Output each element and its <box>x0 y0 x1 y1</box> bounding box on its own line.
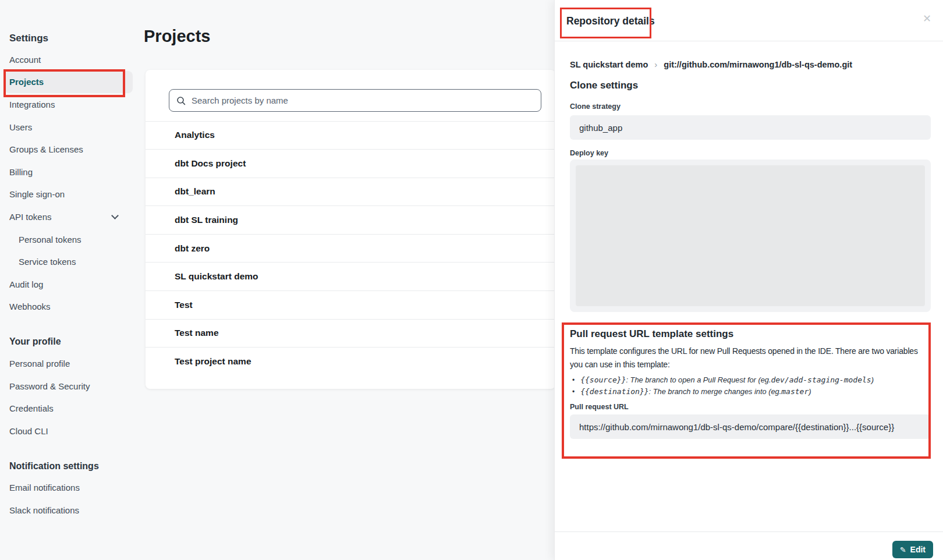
project-row-analytics[interactable]: Analytics <box>146 121 555 150</box>
sidebar-item-label: API tokens <box>9 212 52 222</box>
panel-footer: ✎ Edit <box>555 531 943 560</box>
project-name: Test name <box>175 328 219 338</box>
sidebar-item-label: Users <box>9 122 32 132</box>
sidebar-item-users[interactable]: Users <box>9 116 140 139</box>
sidebar-item-api-tokens[interactable]: API tokens <box>9 205 140 228</box>
project-name: dbt zero <box>175 243 210 254</box>
sidebar-item-label: Password & Security <box>9 381 90 391</box>
sidebar-section-your-profile: Your profile <box>9 331 140 352</box>
project-row-test-name[interactable]: Test name <box>146 319 555 348</box>
close-icon[interactable]: ✕ <box>923 13 931 24</box>
deploy-key-redacted-value <box>576 165 925 306</box>
variable-suffix: ) <box>871 374 874 385</box>
sidebar-item-credentials[interactable]: Credentials <box>9 397 140 420</box>
clone-settings-heading: Clone settings <box>570 80 638 91</box>
variable-text: : The branch to open a Pull Request for … <box>626 374 771 385</box>
sidebar-item-slack-notifications[interactable]: Slack notifications <box>9 499 140 522</box>
clone-strategy-field: github_app <box>570 115 931 140</box>
sidebar-item-password-security[interactable]: Password & Security <box>9 375 140 398</box>
project-name: dbt SL training <box>175 215 238 225</box>
sidebar-item-groups-licenses[interactable]: Groups & Licenses <box>9 138 140 161</box>
project-row-dbt-zero[interactable]: dbt zero <box>146 234 555 263</box>
sidebar-item-label: Billing <box>9 167 33 177</box>
sidebar-item-label: Webhooks <box>9 302 51 311</box>
edit-button-label: Edit <box>910 545 926 554</box>
project-list: Analytics dbt Docs project dbt_learn dbt… <box>146 121 555 375</box>
variable-code: {{source}} <box>580 374 626 385</box>
sidebar-item-integrations[interactable]: Integrations <box>9 93 140 116</box>
panel-title: Repository details <box>566 15 655 27</box>
pr-template-description: This template configures the URL for new… <box>570 345 928 371</box>
sidebar-item-webhooks[interactable]: Webhooks <box>9 296 140 318</box>
pull-request-url-field: https://github.com/mirnawong1/db-sl-qs-d… <box>570 414 931 439</box>
sidebar-item-label: Projects <box>9 77 44 87</box>
sidebar-item-label: Slack notifications <box>9 505 79 515</box>
sidebar-item-label: Email notifications <box>9 483 80 492</box>
project-search-box <box>169 89 541 112</box>
sidebar-item-audit-log[interactable]: Audit log <box>9 273 140 296</box>
page-title: Projects <box>144 27 210 46</box>
variable-example: master <box>781 386 809 397</box>
sidebar-item-label: Credentials <box>9 403 54 413</box>
sidebar-item-label: Single sign-on <box>9 189 65 199</box>
sidebar-item-billing[interactable]: Billing <box>9 161 140 183</box>
pencil-icon: ✎ <box>900 545 906 554</box>
deploy-key-field <box>570 160 931 312</box>
sidebar-title: Settings <box>9 29 140 48</box>
breadcrumb-repo-url: git://github.com/mirnawong1/db-sl-qs-dem… <box>664 60 852 69</box>
project-name: dbt_learn <box>175 186 215 197</box>
search-icon <box>176 96 186 105</box>
deploy-key-label: Deploy key <box>570 149 608 157</box>
sidebar-item-label: Audit log <box>9 279 43 289</box>
search-input[interactable] <box>192 95 534 105</box>
projects-card: Analytics dbt Docs project dbt_learn dbt… <box>146 70 555 389</box>
settings-sidebar: Settings Account Projects Integrations U… <box>0 0 140 560</box>
clone-strategy-value: github_app <box>579 123 622 133</box>
panel-header: Repository details ✕ <box>555 0 943 41</box>
project-row-sl-quickstart-demo[interactable]: SL quickstart demo <box>146 262 555 290</box>
project-row-test-project-name[interactable]: Test project name <box>146 347 555 375</box>
variable-code: {{destination}} <box>580 386 648 397</box>
pull-request-url-value: https://github.com/mirnawong1/db-sl-qs-d… <box>579 422 894 432</box>
edit-button[interactable]: ✎ Edit <box>892 541 933 558</box>
project-name: Test <box>175 300 193 310</box>
sidebar-item-label: Integrations <box>9 100 55 109</box>
repository-details-panel: Repository details ✕ SL quickstart demo … <box>554 0 943 560</box>
breadcrumb: SL quickstart demo › git://github.com/mi… <box>570 59 852 69</box>
project-row-test[interactable]: Test <box>146 290 555 319</box>
sidebar-item-label: Personal profile <box>9 359 70 368</box>
project-name: Analytics <box>175 130 215 140</box>
sidebar-item-personal-profile[interactable]: Personal profile <box>9 352 140 375</box>
sidebar-item-personal-tokens[interactable]: Personal tokens <box>9 228 140 251</box>
sidebar-item-account[interactable]: Account <box>9 48 140 71</box>
project-name: Test project name <box>175 356 251 367</box>
pr-variable-destination: {{destination}}: The branch to merge cha… <box>572 386 927 398</box>
clone-strategy-label: Clone strategy <box>570 102 621 111</box>
sidebar-item-label: Groups & Licenses <box>9 144 83 154</box>
pr-template-variables: {{source}}: The branch to open a Pull Re… <box>572 374 927 398</box>
sidebar-item-label: Service tokens <box>19 257 76 267</box>
pr-template-heading: Pull request URL template settings <box>570 328 733 340</box>
sidebar-item-cloud-cli[interactable]: Cloud CLI <box>9 420 140 442</box>
sidebar-item-email-notifications[interactable]: Email notifications <box>9 477 140 499</box>
pull-request-url-label: Pull request URL <box>570 403 629 411</box>
variable-example: dev/add-staging-models <box>771 374 871 385</box>
breadcrumb-separator-icon: › <box>654 59 657 69</box>
project-row-dbt-docs-project[interactable]: dbt Docs project <box>146 149 555 178</box>
project-name: SL quickstart demo <box>175 271 258 282</box>
pr-variable-source: {{source}}: The branch to open a Pull Re… <box>572 374 927 386</box>
project-row-dbt-sl-training[interactable]: dbt SL training <box>146 205 555 234</box>
sidebar-item-label: Personal tokens <box>19 235 81 244</box>
sidebar-item-single-sign-on[interactable]: Single sign-on <box>9 183 140 206</box>
chevron-down-icon <box>111 212 119 219</box>
variable-text: : The branch to merge changes into (eg. <box>649 386 782 397</box>
sidebar-item-label: Account <box>9 55 41 65</box>
sidebar-item-service-tokens[interactable]: Service tokens <box>9 250 140 273</box>
app-root: Settings Account Projects Integrations U… <box>0 0 943 560</box>
sidebar-item-label: Cloud CLI <box>9 426 48 436</box>
sidebar-item-projects[interactable]: Projects <box>5 71 133 94</box>
sidebar-section-notification-settings: Notification settings <box>9 456 140 477</box>
breadcrumb-project[interactable]: SL quickstart demo <box>570 60 648 69</box>
project-row-dbt-learn[interactable]: dbt_learn <box>146 178 555 206</box>
variable-suffix: ) <box>809 386 811 397</box>
